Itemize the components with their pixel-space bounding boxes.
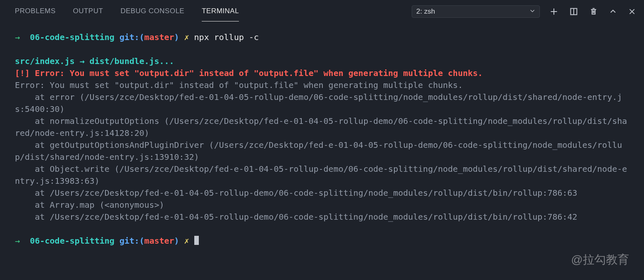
panel-tabs: PROBLEMS OUTPUT DEBUG CONSOLE TERMINAL — [15, 2, 239, 21]
prompt-paren-close: ) — [174, 236, 179, 246]
trace-line: at normalizeOutputOptions (/Users/zce/De… — [15, 116, 627, 138]
command-text: npx rollup -c — [194, 32, 259, 42]
trace-line: at /Users/zce/Desktop/fed-e-01-04-05-rol… — [15, 188, 577, 198]
prompt-arrow: → — [15, 32, 20, 42]
prompt-paren-close: ) — [174, 32, 179, 42]
prompt-arrow: → — [15, 236, 20, 246]
build-line: src/index.js → dist/bundle.js... — [15, 56, 174, 66]
prompt-cwd: 06-code-splitting — [30, 32, 114, 42]
kill-terminal-button[interactable] — [589, 7, 598, 16]
prompt-git: git: — [119, 236, 139, 246]
prompt-dirty-icon: ✗ — [184, 236, 189, 246]
terminal-output[interactable]: → 06-code-splitting git:(master) ✗ npx r… — [0, 23, 644, 247]
tab-debug-console[interactable]: DEBUG CONSOLE — [120, 2, 184, 21]
tab-problems[interactable]: PROBLEMS — [15, 2, 55, 21]
trace-line: Error: You must set "output.dir" instead… — [15, 80, 463, 90]
split-terminal-button[interactable] — [570, 7, 578, 16]
prompt-branch: master — [144, 236, 174, 246]
tab-output[interactable]: OUTPUT — [73, 2, 103, 21]
watermark: @拉勾教育 — [571, 252, 629, 268]
prompt-paren-open: ( — [139, 236, 144, 246]
chevron-down-icon — [530, 7, 535, 16]
prompt-cwd: 06-code-splitting — [30, 236, 114, 246]
maximize-panel-button[interactable] — [609, 8, 617, 15]
trace-line: at getOutputOptionsAndPluginDriver (/Use… — [15, 140, 622, 162]
prompt-dirty-icon: ✗ — [184, 32, 189, 42]
prompt-paren-open: ( — [139, 32, 144, 42]
trace-line: at Object.write (/Users/zce/Desktop/fed-… — [15, 164, 627, 186]
trace-line: at /Users/zce/Desktop/fed-e-01-04-05-rol… — [15, 212, 577, 222]
trace-line: at error (/Users/zce/Desktop/fed-e-01-04… — [15, 92, 622, 114]
terminal-selector[interactable]: 2: zsh — [412, 5, 540, 18]
error-line: [!] Error: You must set "output.dir" ins… — [15, 68, 483, 78]
terminal-selector-label: 2: zsh — [416, 7, 435, 16]
tab-terminal[interactable]: TERMINAL — [202, 2, 239, 21]
close-panel-button[interactable] — [628, 8, 636, 15]
terminal-cursor — [194, 236, 199, 245]
terminal-actions — [550, 7, 636, 16]
prompt-git: git: — [119, 32, 139, 42]
panel-header: PROBLEMS OUTPUT DEBUG CONSOLE TERMINAL 2… — [0, 0, 644, 23]
new-terminal-button[interactable] — [550, 7, 558, 16]
prompt-branch: master — [144, 32, 174, 42]
trace-line: at Array.map (<anonymous>) — [15, 200, 164, 210]
